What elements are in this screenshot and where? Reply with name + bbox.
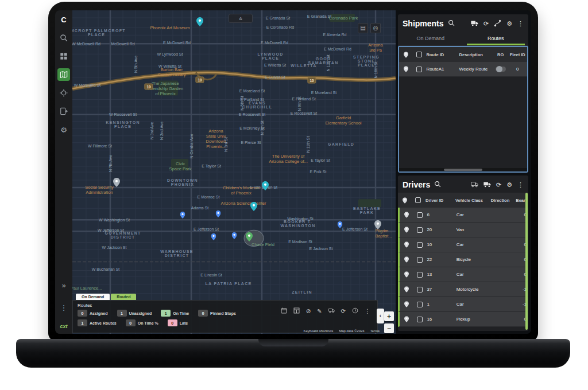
routes-overlay-panel: Routes 0Assigned 1Unassigned 1On Time (72, 300, 378, 333)
shipments-tab[interactable]: On Demand (398, 32, 463, 45)
shipments-tab[interactable]: Routes (463, 32, 529, 45)
search-icon[interactable] (434, 180, 441, 190)
ro-toggle[interactable] (496, 67, 506, 72)
row-checkbox[interactable] (417, 242, 423, 248)
highway-shield: 10 (144, 84, 153, 90)
col-driver-id: Driver ID (424, 198, 455, 203)
routes-overlay-tab[interactable]: Routed (111, 294, 136, 300)
row-checkbox[interactable] (417, 212, 423, 218)
refresh-icon[interactable]: ⟳ (483, 21, 489, 27)
refresh-icon[interactable]: ⟳ (341, 309, 346, 314)
map-pin[interactable] (196, 17, 203, 26)
sidebar: C ⚙ » ⋮ cxt (55, 10, 72, 334)
routes-overlay: On Demand Routed Routes 0Assigned (72, 294, 396, 333)
app-logo: C (61, 15, 66, 24)
map-pin[interactable] (250, 202, 257, 211)
gear-icon[interactable]: ⚙ (506, 182, 512, 188)
map-attribution: Keyboard shortcuts Map data ©2024 Terms (304, 329, 380, 333)
driver-row[interactable]: 10 Car 0 (398, 237, 528, 252)
shipments-panel: Shipments ⟳ ⚙ ⋮ (398, 14, 528, 173)
row-checkbox[interactable] (417, 227, 423, 233)
shipments-tabs: On Demand Routes (398, 32, 528, 46)
map-pin[interactable] (262, 181, 269, 190)
pin-icon (400, 271, 413, 278)
map-collapse-handle[interactable]: « (229, 14, 253, 23)
dashboard-icon[interactable] (57, 50, 70, 63)
clear-icon[interactable]: ⊘ (306, 309, 311, 314)
col-route-id: Route ID (425, 52, 459, 57)
row-checkbox[interactable] (417, 302, 423, 307)
stat-badge: 0 (198, 310, 208, 317)
driver-row[interactable]: 20 Van (398, 223, 528, 237)
expand-panel-icon[interactable]: » (57, 279, 70, 291)
map-pin[interactable] (113, 178, 120, 187)
route-stat: 0Late (168, 319, 188, 326)
driver-row[interactable]: 6 Car 0 (398, 208, 528, 223)
pin-icon (398, 197, 412, 204)
settings-icon[interactable]: ⚙ (57, 123, 70, 136)
map-pin[interactable] (338, 221, 343, 228)
driver-row[interactable]: 1 Car -1 (398, 297, 528, 312)
horizontal-scrollbar[interactable] (399, 168, 527, 171)
history-icon[interactable] (352, 307, 358, 315)
keyboard-shortcuts-link[interactable]: Keyboard shortcuts (304, 329, 334, 333)
row-checkbox[interactable] (417, 272, 423, 278)
more-icon[interactable]: ⋮ (365, 309, 370, 314)
select-all-checkbox[interactable] (416, 52, 422, 57)
driver-row[interactable]: 22 Bicycle 0 (398, 252, 528, 267)
routes-overlay-tab[interactable]: On Demand (76, 294, 110, 300)
pin-icon (400, 316, 413, 322)
col-fleet-id: Fleet ID (508, 52, 527, 57)
row-checkbox[interactable] (417, 257, 423, 263)
map-view-icon[interactable] (57, 68, 70, 81)
table-icon[interactable] (293, 307, 300, 315)
stage: C ⚙ » ⋮ cxt (0, 0, 588, 390)
map-pin[interactable] (232, 232, 237, 239)
shipments-table-body: RouteA1 Weekly Route 0 (399, 62, 527, 77)
row-checkbox[interactable] (417, 287, 423, 292)
zoom-out-button[interactable]: − (384, 323, 394, 333)
pin-icon (400, 241, 413, 248)
zoom-in-button[interactable]: + (384, 311, 394, 321)
search-icon[interactable] (57, 32, 70, 44)
refresh-icon[interactable]: ⟳ (496, 182, 501, 188)
route-icon[interactable] (494, 20, 501, 28)
route-stat: 0Pinned Stops (198, 310, 236, 317)
gear-icon[interactable]: ⚙ (506, 21, 512, 27)
vehicle-class-cell: Van (457, 227, 489, 232)
edit-icon[interactable]: ✎ (317, 309, 322, 314)
locate-icon[interactable] (57, 87, 70, 99)
map-pin[interactable] (246, 232, 253, 241)
stat-label: On Time % (138, 321, 158, 325)
col-direction: Direction (489, 198, 512, 203)
row-checkbox[interactable] (417, 317, 423, 322)
driver-row[interactable]: 16 Pickup 0 (398, 312, 528, 327)
more-icon[interactable]: ⋮ (57, 301, 70, 314)
driver-row[interactable]: 13 Car 0 (398, 267, 528, 282)
driver-row[interactable]: 37 Motorcycle -1 (398, 282, 528, 297)
search-icon[interactable] (448, 18, 455, 29)
more-icon[interactable]: ⋮ (517, 21, 524, 27)
truck-icon[interactable] (483, 181, 491, 189)
truck-icon[interactable] (328, 307, 335, 315)
terms-link[interactable]: Terms (370, 329, 380, 333)
truck-icon[interactable] (471, 20, 478, 28)
device-export-icon[interactable] (57, 105, 70, 118)
map-pin[interactable] (180, 212, 185, 219)
map-canvas[interactable]: E Granada St E Granada St E Coronado Rd … (72, 10, 396, 334)
overlay-collapse-button[interactable]: ‹ (377, 309, 384, 323)
map-pin[interactable] (374, 220, 381, 229)
map-pin[interactable] (211, 233, 216, 240)
shipment-row[interactable]: RouteA1 Weekly Route 0 (399, 62, 527, 77)
delivery-truck-icon[interactable] (471, 181, 478, 189)
row-checkbox[interactable] (416, 67, 422, 72)
map-pin[interactable] (216, 210, 221, 217)
calendar-icon[interactable] (281, 307, 287, 315)
vertical-scrollbar[interactable] (525, 193, 528, 330)
laptop-bezel: C ⚙ » ⋮ cxt (48, 2, 538, 341)
select-all-checkbox[interactable] (415, 197, 421, 203)
more-icon[interactable]: ⋮ (517, 182, 524, 188)
tilt-icon[interactable]: ◎ (370, 23, 381, 33)
layers-icon[interactable]: ▤ (358, 23, 368, 33)
col-vehicle-class: Vehicle Class (455, 198, 489, 203)
